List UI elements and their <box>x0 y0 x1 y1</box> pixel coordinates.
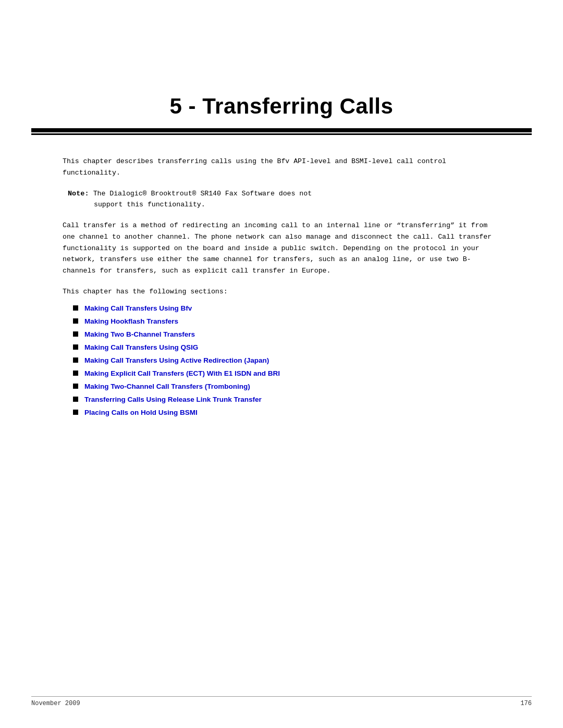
toc-link-7[interactable]: Transferring Calls Using Release Link Tr… <box>84 394 262 405</box>
toc-item: Making Two B-Channel Transfers <box>73 329 500 340</box>
toc-item: Making Hookflash Transfers <box>73 316 500 327</box>
divider-bar-thin <box>31 133 532 135</box>
bullet-icon <box>73 305 78 311</box>
note-block: Note: The Dialogic® Brooktrout® SR140 Fa… <box>63 188 500 211</box>
page-title: 5 - Transferring Calls <box>0 94 563 119</box>
toc-list: Making Call Transfers Using BfvMaking Ho… <box>63 303 500 418</box>
footer-page-number: 176 <box>520 700 532 707</box>
bullet-icon <box>73 357 78 363</box>
toc-item: Placing Calls on Hold Using BSMI <box>73 408 500 418</box>
sections-intro: This chapter has the following sections: <box>63 286 500 297</box>
toc-link-4[interactable]: Making Call Transfers Using Active Redir… <box>84 355 269 366</box>
toc-item: Making Two-Channel Call Transfers (Tromb… <box>73 381 500 392</box>
page: 5 - Transferring Calls This chapter desc… <box>0 0 563 728</box>
bullet-icon <box>73 331 78 337</box>
toc-item: Making Call Transfers Using QSIG <box>73 342 500 353</box>
bullet-icon <box>73 344 78 350</box>
page-title-area: 5 - Transferring Calls <box>0 0 563 128</box>
bullet-icon <box>73 397 78 402</box>
toc-link-6[interactable]: Making Two-Channel Call Transfers (Tromb… <box>84 381 250 392</box>
bullet-icon <box>73 410 78 415</box>
toc-link-8[interactable]: Placing Calls on Hold Using BSMI <box>84 408 198 418</box>
content-area: This chapter describes transferring call… <box>0 156 563 418</box>
toc-item: Making Call Transfers Using Bfv <box>73 303 500 314</box>
toc-link-0[interactable]: Making Call Transfers Using Bfv <box>84 303 192 314</box>
toc-item: Transferring Calls Using Release Link Tr… <box>73 394 500 405</box>
body-paragraph: Call transfer is a method of redirecting… <box>63 220 500 277</box>
toc-link-2[interactable]: Making Two B-Channel Transfers <box>84 329 195 340</box>
page-footer: November 2009 176 <box>31 696 532 707</box>
divider-bar-thick <box>31 128 532 132</box>
toc-item: Making Call Transfers Using Active Redir… <box>73 355 500 366</box>
toc-link-3[interactable]: Making Call Transfers Using QSIG <box>84 342 198 353</box>
intro-paragraph: This chapter describes transferring call… <box>63 156 500 179</box>
toc-link-1[interactable]: Making Hookflash Transfers <box>84 316 178 327</box>
bullet-icon <box>73 318 78 324</box>
toc-item: Making Explicit Call Transfers (ECT) Wit… <box>73 368 500 379</box>
footer-date: November 2009 <box>31 700 80 707</box>
bullet-icon <box>73 371 78 376</box>
bullet-icon <box>73 384 78 389</box>
note-label: Note: <box>68 190 89 198</box>
note-text: The Dialogic® Brooktrout® SR140 Fax Soft… <box>93 190 312 198</box>
note-continuation: support this functionality. <box>94 199 500 211</box>
toc-link-5[interactable]: Making Explicit Call Transfers (ECT) Wit… <box>84 368 280 379</box>
